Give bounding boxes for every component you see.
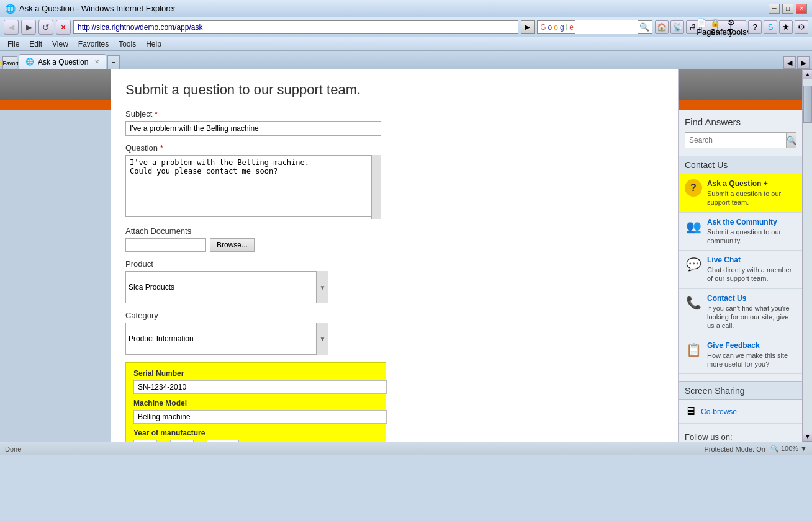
contact-item-ask-question[interactable]: ? Ask a Question + Submit a question to … bbox=[679, 174, 802, 213]
search-icon-button[interactable]: 🔍 bbox=[786, 133, 796, 148]
menu-file[interactable]: File bbox=[2, 38, 24, 50]
ask-community-desc: Submit a question to our community. bbox=[707, 228, 796, 246]
tab-close-button[interactable]: ✕ bbox=[94, 58, 99, 65]
give-feedback-title: Give Feedback bbox=[707, 341, 796, 350]
ask-community-text: Ask the Community Submit a question to o… bbox=[707, 218, 796, 246]
question-textarea[interactable]: I've a problem with the Belling machine.… bbox=[125, 155, 381, 217]
ask-community-icon: 👥 bbox=[685, 218, 702, 235]
live-chat-text: Live Chat Chat directly with a member of… bbox=[707, 256, 796, 283]
active-tab[interactable]: 🌐 Ask a Question ✕ bbox=[19, 54, 106, 69]
go-button[interactable]: ▶ bbox=[521, 20, 535, 34]
product-section: Product Sica Products Belling Machine ▼ bbox=[125, 259, 663, 303]
give-feedback-desc: How can we make this site more useful fo… bbox=[707, 351, 796, 369]
contact-item-give-feedback[interactable]: 📋 Give Feedback How can we make this sit… bbox=[679, 336, 802, 375]
menu-help[interactable]: Help bbox=[141, 38, 166, 50]
tab-scroll-left[interactable]: ◀ bbox=[783, 56, 796, 69]
attach-label: Attach Documents bbox=[125, 226, 663, 236]
category-select[interactable]: Product Information Belling Machine bbox=[125, 323, 328, 355]
browse-button[interactable]: Browse... bbox=[210, 238, 255, 252]
contact-item-ask-community[interactable]: 👥 Ask the Community Submit a question to… bbox=[679, 213, 802, 251]
extra1-button[interactable]: ★ bbox=[779, 20, 793, 34]
right-sidebar-accent bbox=[679, 100, 802, 110]
extra2-button[interactable]: ⚙ bbox=[795, 20, 808, 34]
follow-title: Follow us on: bbox=[685, 432, 796, 442]
google-search-input[interactable] bbox=[575, 20, 638, 34]
page-title: Submit a question to our support team. bbox=[125, 82, 663, 98]
scroll-track[interactable] bbox=[803, 79, 812, 432]
product-label: Product bbox=[125, 259, 663, 269]
refresh-button[interactable]: ↺ bbox=[38, 20, 53, 35]
skype-button[interactable]: S bbox=[764, 20, 777, 34]
year-manufacture-year-select[interactable]: 2010 bbox=[207, 440, 239, 442]
right-sidebar-header bbox=[679, 69, 802, 100]
contact-us-icon: 📞 bbox=[685, 294, 702, 311]
textarea-scrollbar[interactable] bbox=[371, 155, 381, 219]
machine-model-input[interactable] bbox=[133, 410, 387, 424]
attach-input[interactable] bbox=[125, 238, 206, 252]
contact-item-contact-us[interactable]: 📞 Contact Us If you can't find what you'… bbox=[679, 289, 802, 336]
zoom-level: 🔍 100% ▼ bbox=[770, 445, 807, 453]
contact-item-live-chat[interactable]: 💬 Live Chat Chat directly with a member … bbox=[679, 251, 802, 289]
tab-label: Ask a Question bbox=[38, 58, 88, 66]
search-icon: 🔍 bbox=[639, 22, 649, 32]
menu-edit[interactable]: Edit bbox=[24, 38, 47, 50]
left-sidebar-accent bbox=[0, 100, 111, 110]
menu-favorites[interactable]: Favorites bbox=[73, 38, 114, 50]
subject-input[interactable] bbox=[125, 121, 381, 136]
status-bar-right: Protected Mode: On 🔍 100% ▼ bbox=[704, 445, 807, 453]
cobrowse-item[interactable]: 🖥 Co-browse bbox=[679, 400, 802, 424]
product-select[interactable]: Sica Products Belling Machine bbox=[125, 271, 328, 303]
menu-tools[interactable]: Tools bbox=[114, 38, 141, 50]
year-manufacture-label: Year of manufacture bbox=[133, 429, 378, 437]
scroll-down-button[interactable]: ▼ bbox=[803, 432, 812, 442]
contact-us-text: Contact Us If you can't find what you're… bbox=[707, 294, 796, 331]
forward-button[interactable]: ▶ bbox=[21, 20, 36, 35]
ask-community-title: Ask the Community bbox=[707, 218, 796, 226]
cobrowse-icon: 🖥 bbox=[685, 405, 696, 418]
window-controls: ─ □ ✕ bbox=[769, 4, 807, 14]
minimize-button[interactable]: ─ bbox=[769, 4, 780, 14]
menu-view[interactable]: View bbox=[47, 38, 73, 50]
category-section: Category Product Information Belling Mac… bbox=[125, 311, 663, 355]
serial-number-input[interactable] bbox=[133, 380, 387, 394]
new-tab-button[interactable]: + bbox=[107, 55, 120, 69]
category-select-wrapper: Product Information Belling Machine ▼ bbox=[125, 323, 328, 355]
contact-us-item-title: Contact Us bbox=[707, 294, 796, 303]
cobrowse-link[interactable]: Co-browse bbox=[701, 407, 737, 416]
close-button[interactable]: ✕ bbox=[796, 4, 807, 14]
year-manufacture-month-select[interactable]: 1 bbox=[170, 440, 194, 442]
serial-number-label: Serial Number bbox=[133, 369, 378, 378]
contact-us-desc: If you can't find what you're looking fo… bbox=[707, 304, 796, 331]
back-button[interactable]: ◀ bbox=[4, 20, 19, 35]
tools-button[interactable]: ⚙ Tools▾ bbox=[733, 20, 746, 34]
tab-scroll-right[interactable]: ▶ bbox=[797, 56, 810, 69]
left-sidebar-header bbox=[0, 69, 111, 100]
status-bar: Done Protected Mode: On 🔍 100% ▼ bbox=[0, 442, 812, 455]
product-select-wrapper: Sica Products Belling Machine ▼ bbox=[125, 271, 328, 303]
page-scrollbar: ▲ ▼ bbox=[802, 69, 812, 442]
feeds-button[interactable]: 📡 bbox=[670, 20, 684, 34]
attach-row: Browse... bbox=[125, 238, 663, 252]
category-label: Category bbox=[125, 311, 663, 320]
custom-fields-section: Serial Number Machine Model Year of manu… bbox=[125, 362, 386, 442]
scroll-thumb[interactable] bbox=[803, 86, 812, 123]
find-answers-section: Find Answers 🔍 bbox=[679, 110, 802, 152]
help-button[interactable]: ? bbox=[748, 20, 762, 34]
toolbar-icons: 🏠 📡 🖨 📄 Page▾ 🔒 Safety▾ ⚙ Tools▾ ? S ★ ⚙ bbox=[655, 20, 808, 34]
screen-sharing-section: Screen Sharing 🖥 Co-browse bbox=[679, 378, 802, 427]
find-answers-title: Find Answers bbox=[685, 117, 796, 127]
ask-question-icon: ? bbox=[685, 179, 702, 197]
address-bar[interactable] bbox=[73, 20, 518, 34]
home-button[interactable]: 🏠 bbox=[655, 20, 669, 34]
year-manufacture-day-select[interactable]: 1 bbox=[133, 440, 157, 442]
ask-question-title: Ask a Question + bbox=[707, 179, 796, 188]
page-container: Submit a question to our support team. S… bbox=[0, 69, 812, 442]
browser-title: Ask a Question - Windows Internet Explor… bbox=[19, 4, 176, 13]
scroll-up-button[interactable]: ▲ bbox=[803, 69, 812, 79]
stop-button[interactable]: ✕ bbox=[56, 20, 71, 35]
maximize-button[interactable]: □ bbox=[782, 4, 793, 14]
question-wrapper: I've a problem with the Belling machine.… bbox=[125, 155, 381, 219]
question-label: Question * bbox=[125, 143, 663, 153]
find-answers-search-input[interactable] bbox=[685, 135, 786, 146]
favorites-bar-button[interactable]: ⭐ Favorites bbox=[2, 56, 17, 69]
